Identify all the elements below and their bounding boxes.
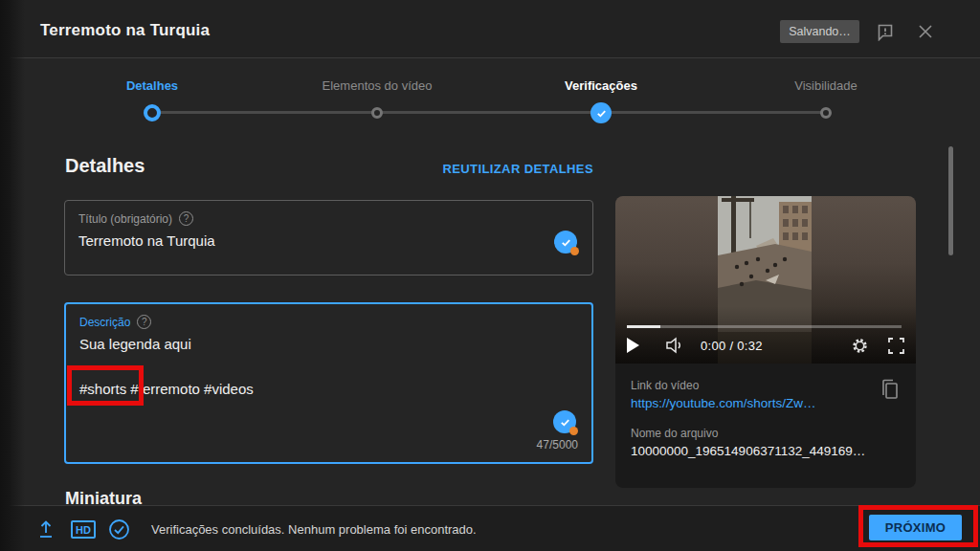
saving-status-button[interactable]: Salvando… bbox=[780, 20, 859, 43]
checks-done-icon bbox=[108, 518, 130, 540]
video-link-url[interactable]: https://youtube.com/shorts/Zw… bbox=[631, 396, 901, 410]
suggestion-dot bbox=[569, 427, 578, 435]
title-field-label: Título (obrigatório) bbox=[78, 212, 172, 226]
character-counter: 47/5000 bbox=[537, 438, 578, 452]
volume-icon[interactable] bbox=[664, 335, 685, 356]
step-dot-complete[interactable] bbox=[590, 102, 612, 123]
description-check-badge bbox=[553, 410, 576, 433]
fullscreen-icon[interactable] bbox=[888, 338, 904, 354]
play-icon[interactable] bbox=[627, 338, 639, 353]
dialog-edge-shadow bbox=[0, 0, 25, 551]
title-check-badge bbox=[554, 231, 577, 253]
title-input-field[interactable]: Título (obrigatório) ? Terremoto na Turq… bbox=[64, 200, 593, 276]
video-link-label: Link do vídeo bbox=[631, 379, 901, 392]
title-field-value[interactable]: Terremoto na Turquia bbox=[78, 232, 579, 249]
hd-badge: HD bbox=[71, 520, 96, 539]
check-icon bbox=[560, 236, 572, 249]
filename-value: 10000000_196514906371132_449169… bbox=[631, 444, 901, 458]
reuse-details-link[interactable]: REUTILIZAR DETALHES bbox=[442, 162, 593, 176]
feedback-icon[interactable] bbox=[876, 22, 895, 41]
video-preview-card: 0:00 / 0:32 Link do vídeo https://youtub… bbox=[615, 196, 916, 488]
description-hashtags[interactable]: #shorts #terremoto #videos bbox=[79, 381, 578, 397]
help-icon[interactable]: ? bbox=[137, 315, 151, 329]
video-title-heading: Terremoto na Turquia bbox=[40, 21, 210, 40]
annotation-box-shorts bbox=[67, 365, 144, 406]
stepper-track bbox=[152, 111, 826, 114]
player-controls: 0:00 / 0:32 bbox=[627, 333, 904, 358]
description-line1[interactable]: Sua legenda aqui bbox=[79, 336, 578, 352]
filename-label: Nome do arquivo bbox=[631, 427, 901, 440]
checks-status-message: Verificações concluídas. Nenhum problema… bbox=[151, 522, 477, 537]
copy-icon[interactable] bbox=[880, 379, 901, 402]
check-icon bbox=[559, 416, 571, 429]
suggestion-dot bbox=[570, 247, 579, 255]
time-display: 0:00 / 0:32 bbox=[701, 339, 763, 353]
annotation-box-next bbox=[858, 505, 978, 547]
close-icon[interactable] bbox=[916, 22, 935, 41]
progress-fill bbox=[627, 325, 660, 328]
dialog-footer: HD Verificações concluídas. Nenhum probl… bbox=[0, 505, 980, 551]
video-info-panel: Link do vídeo https://youtube.com/shorts… bbox=[615, 364, 916, 488]
progress-bar[interactable] bbox=[627, 325, 902, 328]
step-dot-current[interactable] bbox=[144, 104, 161, 121]
help-icon[interactable]: ? bbox=[179, 211, 193, 226]
dialog-header: Terremoto na Turquia Salvando… bbox=[0, 0, 980, 58]
hashtag-rest[interactable]: #terremoto #videos bbox=[126, 381, 254, 397]
step-dot-upcoming[interactable] bbox=[820, 107, 832, 119]
description-field-label: Descrição bbox=[79, 316, 130, 329]
step-dot-upcoming[interactable] bbox=[371, 107, 383, 119]
upload-dialog: Terremoto na Turquia Salvando… Detalhes … bbox=[0, 0, 980, 551]
details-section-heading: Detalhes bbox=[65, 155, 145, 177]
settings-gear-icon[interactable] bbox=[851, 337, 869, 355]
video-player[interactable]: 0:00 / 0:32 bbox=[615, 196, 916, 364]
check-icon bbox=[595, 107, 608, 120]
scrollbar-thumb[interactable] bbox=[948, 146, 953, 255]
upload-progress-icon bbox=[36, 518, 56, 540]
